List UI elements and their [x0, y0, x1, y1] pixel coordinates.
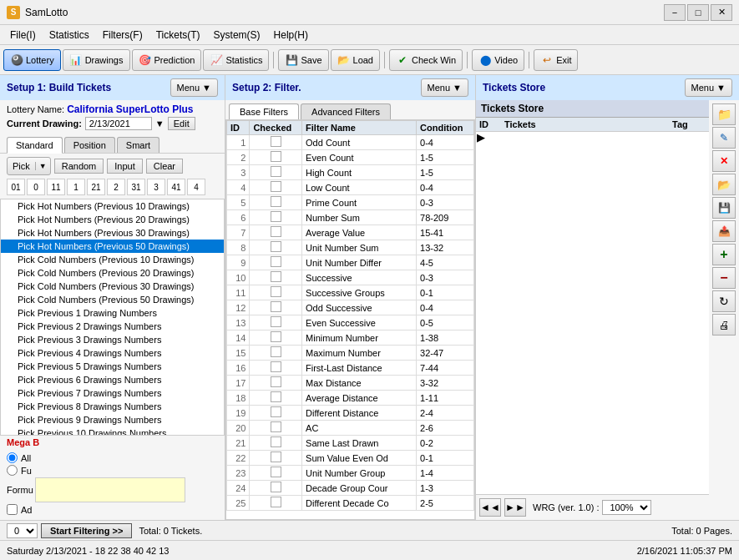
filter-row[interactable]: 9 Unit Number Differ 4-5: [227, 255, 474, 270]
filter-row[interactable]: 20 AC 2-6: [227, 421, 474, 436]
filter-checked[interactable]: [250, 436, 302, 451]
filter-row[interactable]: 5 Prime Count 0-3: [227, 195, 474, 210]
clear-button[interactable]: Clear: [146, 159, 183, 174]
list-item[interactable]: Pick Cold Numbers (Previous 50 Drawings): [1, 293, 224, 306]
statistics-button[interactable]: 📈 Statistics: [203, 49, 269, 71]
drawing-date-input[interactable]: [85, 117, 152, 130]
filter-checked[interactable]: [250, 210, 302, 225]
filter-row[interactable]: 16 First-Last Distance 7-44: [227, 361, 474, 376]
edit-drawing-button[interactable]: Edit: [168, 117, 195, 130]
menu-file[interactable]: File(I): [3, 28, 43, 43]
load-button[interactable]: 📂 Load: [331, 49, 380, 71]
filter-checked[interactable]: [250, 421, 302, 436]
action-save[interactable]: 💾: [712, 197, 736, 219]
filter-row[interactable]: 23 Unit Number Group 1-4: [227, 466, 474, 481]
num-0[interactable]: 0: [27, 179, 45, 195]
num-4[interactable]: 4: [187, 179, 205, 195]
filter-row[interactable]: 1 Odd Count 0-4: [227, 135, 474, 150]
exit-button[interactable]: ↩ Exit: [534, 49, 578, 71]
filter-row[interactable]: 19 Different Distance 2-4: [227, 406, 474, 421]
num-31[interactable]: 31: [127, 179, 145, 195]
action-remove[interactable]: −: [712, 267, 736, 289]
tab-standard[interactable]: Standard: [7, 137, 63, 154]
filter-checked[interactable]: [250, 330, 302, 346]
list-item[interactable]: Pick Hot Numbers (Previous 30 Drawings): [1, 226, 224, 240]
pick-button[interactable]: Pick ▼: [7, 157, 51, 175]
filter-checked[interactable]: [250, 496, 302, 511]
action-open[interactable]: 📁: [712, 103, 736, 125]
radio-fu[interactable]: [7, 465, 18, 476]
mid-panel-menu[interactable]: Menu ▼: [421, 78, 468, 97]
filter-checked[interactable]: [250, 135, 302, 150]
filter-checked[interactable]: [250, 240, 302, 255]
num-01[interactable]: 01: [7, 179, 25, 195]
save-button[interactable]: 💾 Save: [278, 49, 328, 71]
filter-checked[interactable]: [250, 466, 302, 481]
filter-checked[interactable]: [250, 285, 302, 300]
list-item[interactable]: Pick Previous 1 Drawing Numbers: [1, 306, 224, 320]
action-add[interactable]: +: [712, 244, 736, 265]
filter-row[interactable]: 17 Max Distance 3-32: [227, 376, 474, 391]
action-edit[interactable]: ✎: [712, 127, 736, 149]
filter-checked[interactable]: [250, 300, 302, 315]
list-item[interactable]: Pick Previous 8 Drawings Numbers: [1, 400, 224, 413]
menu-tickets[interactable]: Tickets(T): [149, 28, 207, 43]
tab-smart[interactable]: Smart: [117, 137, 159, 153]
num-11[interactable]: 11: [47, 179, 65, 195]
action-folder[interactable]: 📂: [712, 174, 736, 195]
filter-row[interactable]: 25 Different Decade Co 2-5: [227, 496, 474, 511]
filter-row[interactable]: 7 Average Value 15-41: [227, 225, 474, 240]
filter-row[interactable]: 21 Same Last Drawn 0-2: [227, 436, 474, 451]
minimize-button[interactable]: −: [664, 4, 686, 21]
filter-row[interactable]: 24 Decade Group Cour 1-3: [227, 481, 474, 496]
action-refresh[interactable]: ↻: [712, 290, 736, 312]
filter-checked[interactable]: [250, 451, 302, 466]
filter-row[interactable]: 13 Even Successive 0-5: [227, 315, 474, 330]
menu-filters[interactable]: Filters(F): [96, 28, 149, 43]
filter-row[interactable]: 8 Unit Number Sum 13-32: [227, 240, 474, 255]
filter-checked[interactable]: [250, 255, 302, 270]
menu-help[interactable]: Help(H): [267, 28, 315, 43]
menu-system[interactable]: System(S): [207, 28, 267, 43]
filter-checked[interactable]: [250, 361, 302, 376]
filter-checked[interactable]: [250, 225, 302, 240]
list-item[interactable]: Pick Previous 7 Drawings Numbers: [1, 386, 224, 400]
list-item[interactable]: Pick Previous 9 Drawings Numbers: [1, 413, 224, 426]
action-export[interactable]: 📤: [712, 220, 736, 242]
start-filtering-button[interactable]: Start Filtering >>: [41, 523, 132, 538]
num-3[interactable]: 3: [147, 179, 165, 195]
filter-row[interactable]: 12 Odd Successive 0-4: [227, 300, 474, 315]
input-button[interactable]: Input: [107, 159, 142, 174]
filter-row[interactable]: 18 Average Distance 1-11: [227, 391, 474, 406]
filter-checked[interactable]: [250, 150, 302, 165]
pick-arrow-icon[interactable]: ▼: [35, 162, 50, 170]
drawing-dropdown-arrow[interactable]: ▼: [155, 119, 165, 129]
filter-tab-advanced[interactable]: Advanced Filters: [301, 103, 391, 119]
filter-row[interactable]: 14 Minimum Number 1-38: [227, 330, 474, 346]
zoom-select[interactable]: 100% 75% 125%: [602, 500, 651, 515]
action-print[interactable]: 🖨: [712, 314, 736, 335]
filter-row[interactable]: 10 Successive 0-3: [227, 270, 474, 285]
prediction-button[interactable]: 🎯 Prediction: [132, 49, 202, 71]
drawings-button[interactable]: 📊 Drawings: [63, 49, 130, 71]
checkwin-button[interactable]: ✔ Check Win: [389, 49, 463, 71]
nav-prev-button[interactable]: ◄◄: [479, 498, 501, 517]
tab-position[interactable]: Position: [64, 137, 115, 153]
filter-checked[interactable]: [250, 165, 302, 180]
lottery-button[interactable]: 🎱 Lottery: [3, 49, 61, 71]
close-button[interactable]: ✕: [711, 4, 732, 21]
filter-checked[interactable]: [250, 195, 302, 210]
filter-checked[interactable]: [250, 391, 302, 406]
action-delete[interactable]: ✕: [712, 150, 736, 172]
filter-row[interactable]: 6 Number Sum 78-209: [227, 210, 474, 225]
filter-checked[interactable]: [250, 406, 302, 421]
radio-all[interactable]: [7, 452, 18, 463]
filter-row[interactable]: 22 Sum Value Even Od 0-1: [227, 451, 474, 466]
num-2[interactable]: 2: [107, 179, 125, 195]
filter-checked[interactable]: [250, 315, 302, 330]
num-41[interactable]: 41: [167, 179, 185, 195]
filter-row[interactable]: 2 Even Count 1-5: [227, 150, 474, 165]
num-1[interactable]: 1: [67, 179, 85, 195]
filter-row[interactable]: 15 Maximum Number 32-47: [227, 346, 474, 361]
filter-checked[interactable]: [250, 346, 302, 361]
